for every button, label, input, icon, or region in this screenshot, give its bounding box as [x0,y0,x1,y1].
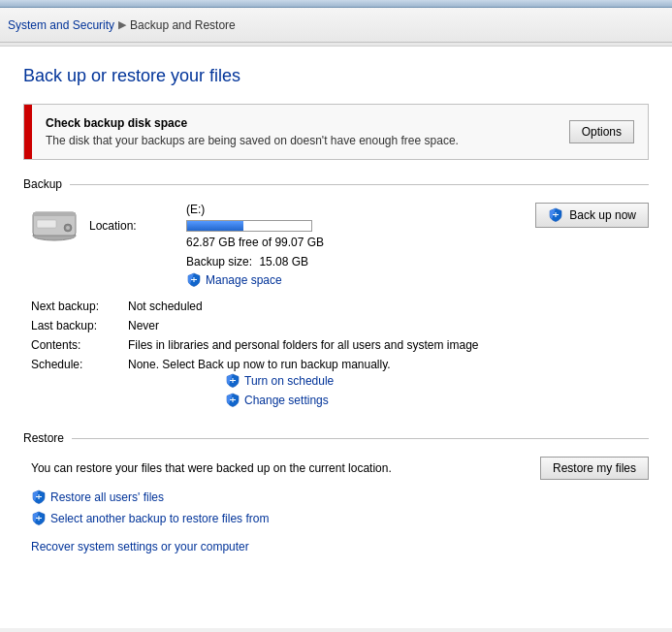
backup-top-row: Location: (E:) 62.87 GB free of 99.07 GB… [31,203,649,288]
restore-all-users-label[interactable]: Restore all users' files [50,490,164,504]
restore-top-row: You can restore your files that were bac… [31,457,649,480]
last-backup-label: Last backup: [31,319,128,332]
backup-button-area: Back up now [535,203,649,228]
schedule-value-area: None. Select Back up now to run backup m… [128,358,391,412]
restore-section-label: Restore [23,431,64,445]
restore-section-header: Restore [23,431,649,445]
schedule-row: Schedule: None. Select Back up now to ru… [31,358,649,412]
svg-rect-7 [194,277,195,282]
restore-section-line [72,438,649,439]
last-backup-row: Last backup: Never [31,319,649,332]
warning-red-bar [24,105,32,159]
contents-label: Contents: [31,338,128,352]
breadcrumb-arrow: ▶ [118,18,126,31]
restore-my-files-button[interactable]: Restore my files [540,457,649,480]
restore-links: Restore all users' files Select another … [31,490,649,526]
svg-rect-3 [37,220,56,228]
options-button[interactable]: Options [569,120,634,143]
breadcrumb-bar: System and Security ▶ Backup and Restore [0,8,672,43]
svg-rect-17 [39,516,40,521]
warning-text: The disk that your backups are being sav… [46,134,542,147]
drive-progress-fill [187,221,243,231]
select-another-backup-label[interactable]: Select another backup to restore files f… [50,512,269,525]
drive-progress-bar [186,220,312,232]
warning-button-area: Options [556,105,648,159]
change-settings-label[interactable]: Change settings [244,394,329,407]
svg-rect-9 [556,212,557,217]
location-info: Location: (E:) 62.87 GB free of 99.07 GB… [89,203,324,288]
manage-space-shield-icon [186,272,202,288]
turn-on-schedule-label[interactable]: Turn on schedule [244,374,334,388]
backup-size-value: 15.08 GB [259,255,308,269]
contents-value: Files in libraries and personal folders … [128,338,649,352]
svg-rect-15 [39,494,40,499]
schedule-label: Schedule: [31,358,128,371]
recover-system-link[interactable]: Recover system settings or your computer [31,540,649,553]
breadcrumb-parent[interactable]: System and Security [8,18,114,32]
turn-on-schedule-shield-icon [225,373,240,389]
main-content: Back up or restore your files Check back… [0,47,672,628]
svg-rect-11 [233,378,234,383]
backup-section-label: Backup [23,177,62,191]
drive-free-text: 62.87 GB free of 99.07 GB [186,236,324,249]
schedule-links: Turn on schedule Cha [225,373,391,408]
drive-letter: (E:) [186,203,324,216]
disk-icon [31,205,78,241]
next-backup-label: Next backup: [31,300,128,313]
warning-title: Check backup disk space [46,116,542,130]
backup-section-line [70,184,649,185]
restore-text: You can restore your files that were bac… [31,461,392,475]
breadcrumb-current: Backup and Restore [130,18,236,32]
back-up-now-icon [548,207,563,223]
manage-space-link[interactable]: Manage space [186,272,324,288]
backup-section: Location: (E:) 62.87 GB free of 99.07 GB… [23,203,649,412]
next-backup-value: Not scheduled [128,300,649,313]
turn-on-schedule-link[interactable]: Turn on schedule [225,373,391,389]
svg-point-5 [66,226,70,230]
last-backup-value: Never [128,319,649,332]
warning-box: Check backup disk space The disk that yo… [23,104,649,160]
title-bar [0,0,672,8]
contents-row: Contents: Files in libraries and persona… [31,338,649,352]
restore-all-users-shield-icon [31,490,47,505]
restore-all-users-link[interactable]: Restore all users' files [31,490,649,505]
svg-rect-2 [33,212,76,216]
select-backup-shield-icon [31,511,47,526]
schedule-value: None. Select Back up now to run backup m… [128,358,391,371]
restore-section: You can restore your files that were bac… [23,457,649,553]
change-settings-shield-icon [225,393,240,408]
location-label: Location: [89,219,186,233]
backup-section-header: Backup [23,177,649,191]
backup-size-row: Backup size: 15.08 GB [186,255,324,269]
backup-info-rows: Next backup: Not scheduled Last backup: … [31,300,649,412]
page-title: Back up or restore your files [23,66,649,86]
backup-size-label: Backup size: [186,255,252,269]
select-another-backup-link[interactable]: Select another backup to restore files f… [31,511,649,526]
warning-content: Check backup disk space The disk that yo… [32,105,556,159]
drive-area: (E:) 62.87 GB free of 99.07 GB [186,203,324,249]
location-row: Location: (E:) 62.87 GB free of 99.07 GB [89,203,324,249]
back-up-now-label: Back up now [569,208,636,222]
next-backup-row: Next backup: Not scheduled [31,300,649,313]
change-settings-link[interactable]: Change settings [225,393,391,408]
back-up-now-button[interactable]: Back up now [535,203,649,228]
manage-space-label[interactable]: Manage space [206,273,282,287]
svg-rect-13 [233,397,234,402]
